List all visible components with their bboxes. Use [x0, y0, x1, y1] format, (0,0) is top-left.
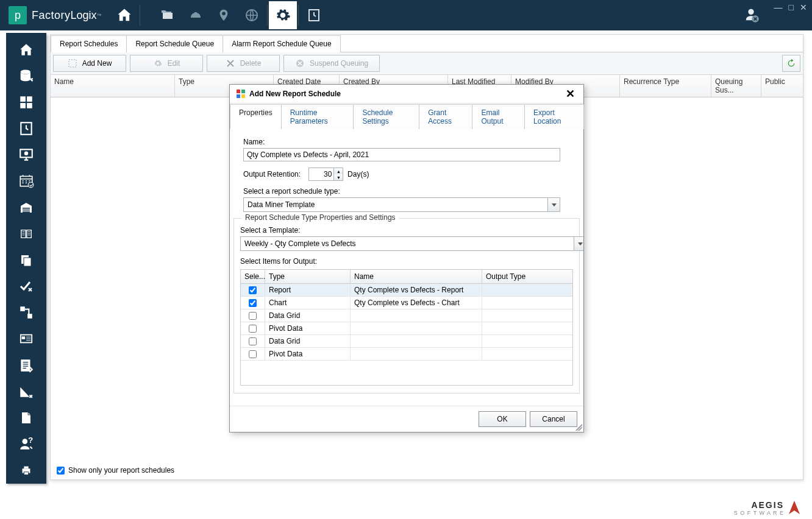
col-name[interactable]: Name	[51, 75, 175, 97]
refresh-button[interactable]	[782, 55, 800, 72]
row-select-checkbox[interactable]	[249, 325, 257, 333]
sidebar-book-icon[interactable]	[11, 221, 41, 246]
template-combo[interactable]: Weekly - Qty Complete vs Defects	[240, 236, 583, 251]
sidebar-card-icon[interactable]	[11, 327, 41, 351]
folders-icon[interactable]	[154, 1, 182, 29]
dlg-tab-email[interactable]: Email Output	[472, 104, 525, 129]
spinner-up[interactable]: ▲	[334, 168, 343, 174]
vendor-name: AEGIS	[734, 500, 784, 510]
chevron-down-icon[interactable]	[574, 237, 583, 250]
user-badge-icon[interactable]	[743, 6, 760, 25]
row-output-type	[482, 297, 572, 309]
dialog-close-button[interactable]: ✕	[563, 88, 577, 99]
hardhat-icon[interactable]	[182, 1, 210, 29]
brand-tm: ™	[97, 13, 102, 18]
table-row[interactable]: Data Grid	[241, 335, 572, 348]
sidebar-printer-icon[interactable]	[11, 458, 41, 483]
table-row[interactable]: Data Grid	[241, 309, 572, 322]
row-select-checkbox[interactable]	[249, 286, 257, 294]
tab-alarm-report-schedule-queue[interactable]: Alarm Report Schedule Queue	[223, 35, 340, 52]
sidebar-dashboard-icon[interactable]	[11, 90, 41, 115]
fieldset-legend: Report Schedule Type Properties and Sett…	[241, 213, 399, 222]
svg-rect-7	[27, 103, 32, 108]
svg-rect-4	[20, 96, 26, 102]
svg-rect-6	[20, 103, 26, 108]
col-public[interactable]: Public	[761, 75, 803, 97]
maximize-button[interactable]: □	[789, 2, 794, 12]
row-select-checkbox[interactable]	[249, 337, 257, 345]
sidebar-checkx-icon[interactable]	[11, 274, 41, 299]
schedule-type-combo[interactable]: Data Miner Template	[243, 197, 560, 212]
location-icon[interactable]	[210, 1, 238, 29]
delete-button[interactable]: Delete	[207, 55, 280, 72]
sidebar-help-user-icon[interactable]: ?	[11, 432, 41, 457]
row-type: Data Grid	[265, 309, 351, 322]
sidebar-warehouse-icon[interactable]	[11, 195, 41, 220]
tab-report-schedules[interactable]: Report Schedules	[51, 35, 127, 52]
row-select-checkbox[interactable]	[249, 299, 257, 307]
sidebar-monitor-icon[interactable]	[11, 143, 41, 168]
sidebar-home-icon[interactable]	[11, 37, 41, 62]
resize-grip[interactable]	[574, 422, 582, 431]
dlg-tab-grant[interactable]: Grant Access	[419, 104, 472, 129]
add-new-button[interactable]: Add New	[53, 55, 126, 72]
tab-report-schedule-queue[interactable]: Report Schedule Queue	[126, 35, 223, 52]
svg-point-10	[24, 152, 29, 156]
row-select-checkbox[interactable]	[249, 350, 257, 358]
table-row[interactable]: ChartQty Complete vs Defects - Chart	[241, 297, 572, 309]
col-output-type[interactable]: Output Type	[482, 270, 572, 283]
dlg-tab-runtime[interactable]: Runtime Parameters	[281, 104, 354, 129]
sidebar-copy-icon[interactable]	[11, 247, 41, 272]
svg-point-3	[21, 69, 30, 74]
dlg-tab-export[interactable]: Export Location	[524, 104, 584, 129]
brand-text-1: Factory	[32, 9, 71, 22]
sidebar-measure-icon[interactable]	[11, 379, 41, 404]
row-select-checkbox[interactable]	[249, 312, 257, 320]
name-input[interactable]	[243, 148, 560, 161]
schedule-type-label: Select a report schedule type:	[243, 187, 570, 196]
dlg-tab-schedule[interactable]: Schedule Settings	[353, 104, 419, 129]
svg-rect-28	[237, 90, 240, 93]
sidebar-database-icon[interactable]	[11, 63, 41, 88]
dialog-icon	[236, 89, 246, 99]
edit-button[interactable]: Edit	[130, 55, 203, 72]
svg-text:?: ?	[28, 436, 33, 445]
dlg-tab-properties[interactable]: Properties	[230, 104, 282, 129]
cancel-button[interactable]: Cancel	[530, 411, 577, 427]
col-recurrence[interactable]: Recurrence Type	[620, 75, 711, 97]
show-only-yours-checkbox[interactable]	[57, 467, 65, 475]
sidebar-notes-icon[interactable]	[11, 353, 41, 378]
close-button[interactable]: ✕	[800, 2, 807, 12]
app-titlebar: p FactoryLogix™ — □ ✕	[0, 0, 812, 30]
col-item-name[interactable]: Name	[351, 270, 482, 283]
table-row[interactable]: ReportQty Complete vs Defects - Report	[241, 284, 572, 297]
row-name	[351, 348, 482, 360]
schedule-type-value: Data Miner Template	[244, 200, 547, 209]
sidebar-calendar-icon[interactable]	[11, 169, 41, 194]
home-icon[interactable]	[110, 1, 138, 29]
toolbar: Add New Edit Delete Suspend Queuing	[51, 52, 803, 75]
retention-spinner: ▲▼	[334, 168, 343, 181]
globe-icon[interactable]	[238, 1, 266, 29]
window-controls: — □ ✕	[774, 2, 807, 12]
table-row[interactable]: Pivot Data	[241, 348, 572, 361]
row-output-type	[482, 348, 572, 360]
col-queuing[interactable]: Queuing Sus...	[711, 75, 761, 97]
table-row[interactable]: Pivot Data	[241, 322, 572, 335]
minimize-button[interactable]: —	[774, 2, 783, 12]
sidebar-flow-icon[interactable]	[11, 300, 41, 325]
col-select[interactable]: Sele...	[241, 270, 265, 283]
history-icon[interactable]	[300, 1, 328, 29]
settings-icon[interactable]	[269, 1, 297, 29]
col-item-type[interactable]: Type	[265, 270, 351, 283]
spinner-down[interactable]: ▼	[334, 174, 343, 180]
sidebar-doc-icon[interactable]	[11, 405, 41, 430]
ok-button[interactable]: OK	[479, 411, 526, 427]
sidebar-report-icon[interactable]	[11, 116, 41, 141]
row-type: Pivot Data	[265, 348, 351, 360]
chevron-down-icon[interactable]	[547, 198, 560, 211]
retention-input[interactable]	[308, 168, 334, 181]
svg-rect-29	[241, 90, 245, 93]
suspend-queuing-button[interactable]: Suspend Queuing	[283, 55, 380, 72]
name-label: Name:	[243, 138, 570, 146]
